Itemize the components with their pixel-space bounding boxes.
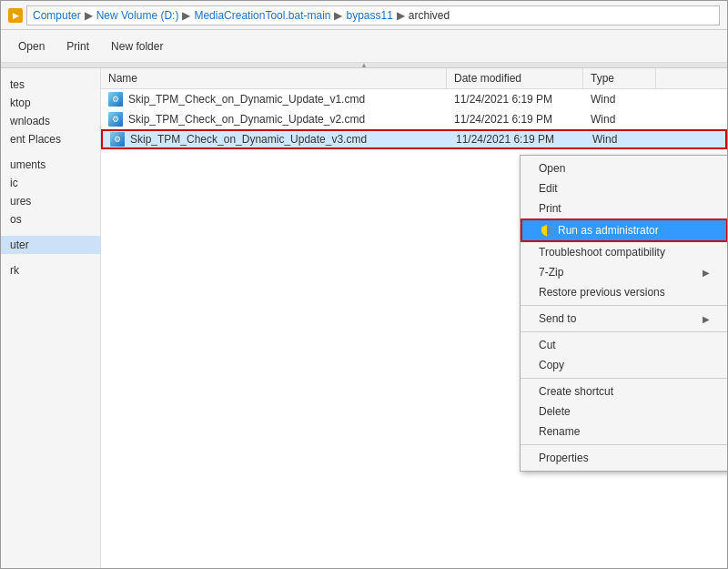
breadcrumb-sep-3: ▶ xyxy=(334,9,342,22)
file-name-3: Skip_TPM_Check_on_Dynamic_Update_v3.cmd xyxy=(130,133,367,146)
file-list-header: Name Date modified Type xyxy=(101,68,727,89)
new-folder-button[interactable]: New folder xyxy=(101,35,173,58)
file-icon-1 xyxy=(108,92,123,107)
context-open-label: Open xyxy=(539,162,565,175)
context-menu-print[interactable]: Print xyxy=(521,198,727,218)
open-label: Open xyxy=(18,40,45,53)
file-icon-2 xyxy=(108,112,123,127)
breadcrumb-sep-4: ▶ xyxy=(397,9,405,22)
context-menu-copy[interactable]: Copy xyxy=(521,355,727,375)
7zip-arrow-icon: ▶ xyxy=(703,268,710,278)
sidebar-item-rk[interactable]: rk xyxy=(1,261,100,279)
menu-separator-1 xyxy=(521,305,727,306)
col-header-name[interactable]: Name xyxy=(101,68,447,88)
col-header-date[interactable]: Date modified xyxy=(447,68,583,88)
new-folder-label: New folder xyxy=(111,40,163,53)
print-label: Print xyxy=(66,40,89,53)
breadcrumb-bypass[interactable]: bypass11 xyxy=(346,9,392,22)
col-date-label: Date modified xyxy=(454,72,521,85)
file-type-2: Wind xyxy=(583,111,656,127)
folder-icon: ▶ xyxy=(8,8,23,23)
context-menu-open[interactable]: Open xyxy=(521,158,727,178)
content-area: tes ktop wnloads ent Places uments ic ur… xyxy=(1,68,727,568)
context-menu-delete[interactable]: Delete xyxy=(521,401,727,422)
context-menu: Open Edit Print xyxy=(520,155,727,472)
breadcrumb-computer[interactable]: Computer xyxy=(33,9,81,22)
run-admin-content: Run as administrator xyxy=(541,224,659,237)
context-menu-troubleshoot[interactable]: Troubleshoot compatibility xyxy=(521,242,727,262)
sidebar-item-wnloads[interactable]: wnloads xyxy=(1,112,100,130)
context-menu-7zip[interactable]: 7-Zip ▶ xyxy=(521,262,727,282)
sidebar-item-uter[interactable]: uter xyxy=(1,236,100,254)
print-button[interactable]: Print xyxy=(56,35,99,58)
sidebar-item-ic[interactable]: ic xyxy=(1,174,100,192)
context-menu-properties[interactable]: Properties xyxy=(521,448,727,468)
context-troubleshoot-label: Troubleshoot compatibility xyxy=(539,246,665,259)
open-button[interactable]: Open xyxy=(8,35,55,58)
breadcrumb[interactable]: Computer ▶ New Volume (D:) ▶ MediaCreati… xyxy=(26,5,720,25)
context-properties-label: Properties xyxy=(539,452,589,464)
file-type-3: Wind xyxy=(585,131,658,147)
context-restore-label: Restore previous versions xyxy=(539,286,665,299)
context-create-shortcut-label: Create shortcut xyxy=(539,385,613,398)
context-menu-rename[interactable]: Rename xyxy=(521,422,727,442)
run-admin-label: Run as administrator xyxy=(558,224,659,237)
col-name-label: Name xyxy=(108,72,137,85)
file-name-cell-3: Skip_TPM_Check_on_Dynamic_Update_v3.cmd xyxy=(103,130,449,148)
send-to-arrow-icon: ▶ xyxy=(703,314,710,324)
table-row[interactable]: Skip_TPM_Check_on_Dynamic_Update_v3.cmd … xyxy=(101,129,727,149)
file-name-1: Skip_TPM_Check_on_Dynamic_Update_v1.cmd xyxy=(128,93,365,106)
col-header-type[interactable]: Type xyxy=(583,68,656,88)
toolbar: Open Print New folder xyxy=(1,30,727,63)
file-name-2: Skip_TPM_Check_on_Dynamic_Update_v2.cmd xyxy=(128,113,365,126)
sidebar-item-tes[interactable]: tes xyxy=(1,76,100,94)
breadcrumb-sep-2: ▶ xyxy=(182,9,190,22)
sidebar: tes ktop wnloads ent Places uments ic ur… xyxy=(1,68,101,568)
context-menu-send-to[interactable]: Send to ▶ xyxy=(521,309,727,329)
sidebar-item-ent-places[interactable]: ent Places xyxy=(1,130,100,148)
file-name-cell-2: Skip_TPM_Check_on_Dynamic_Update_v2.cmd xyxy=(101,110,447,128)
context-cut-label: Cut xyxy=(539,339,556,351)
breadcrumb-drive[interactable]: New Volume (D:) xyxy=(96,9,179,22)
file-list[interactable]: Name Date modified Type Skip_TPM_Check_o… xyxy=(101,68,727,568)
context-menu-cut[interactable]: Cut xyxy=(521,335,727,355)
file-date-3: 11/24/2021 6:19 PM xyxy=(449,131,585,147)
sidebar-item-ures[interactable]: ures xyxy=(1,192,100,210)
menu-separator-2 xyxy=(521,331,727,332)
context-menu-restore[interactable]: Restore previous versions xyxy=(521,282,727,302)
breadcrumb-sep-1: ▶ xyxy=(85,9,93,22)
col-type-label: Type xyxy=(591,72,614,85)
menu-separator-3 xyxy=(521,378,727,379)
table-row[interactable]: Skip_TPM_Check_on_Dynamic_Update_v1.cmd … xyxy=(101,89,727,109)
sidebar-item-os[interactable]: os xyxy=(1,210,100,229)
file-name-cell-1: Skip_TPM_Check_on_Dynamic_Update_v1.cmd xyxy=(101,90,447,108)
file-date-1: 11/24/2021 6:19 PM xyxy=(447,91,583,107)
context-7zip-label: 7-Zip xyxy=(539,266,563,279)
address-bar: ▶ Computer ▶ New Volume (D:) ▶ MediaCrea… xyxy=(1,1,727,30)
file-icon-3 xyxy=(110,132,125,147)
context-edit-label: Edit xyxy=(539,182,558,195)
context-delete-label: Delete xyxy=(539,405,571,418)
uac-shield-icon xyxy=(541,224,553,237)
file-date-2: 11/24/2021 6:19 PM xyxy=(447,111,583,127)
context-print-label: Print xyxy=(539,202,561,215)
breadcrumb-archived[interactable]: archived xyxy=(409,9,450,22)
sidebar-item-uments[interactable]: uments xyxy=(1,156,100,174)
breadcrumb-bat[interactable]: MediaCreationTool.bat-main xyxy=(194,9,330,22)
context-menu-edit[interactable]: Edit xyxy=(521,178,727,198)
context-copy-label: Copy xyxy=(539,359,564,371)
file-type-1: Wind xyxy=(583,91,656,107)
explorer-window: ▶ Computer ▶ New Volume (D:) ▶ MediaCrea… xyxy=(0,0,728,569)
menu-separator-4 xyxy=(521,444,727,445)
context-send-to-label: Send to xyxy=(539,312,576,325)
context-rename-label: Rename xyxy=(539,425,580,438)
context-menu-run-as-admin[interactable]: Run as administrator xyxy=(521,218,727,242)
table-row[interactable]: Skip_TPM_Check_on_Dynamic_Update_v2.cmd … xyxy=(101,109,727,129)
context-menu-create-shortcut[interactable]: Create shortcut xyxy=(521,381,727,401)
sidebar-item-ktop[interactable]: ktop xyxy=(1,94,100,112)
